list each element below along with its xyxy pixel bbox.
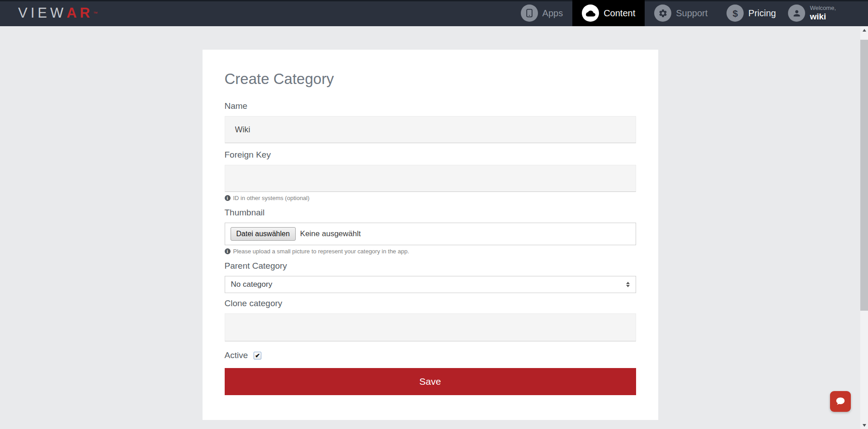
foreign-key-field-group: Foreign Key i ID in other systems (optio… [225,149,636,201]
foreign-key-help-text: ID in other systems (optional) [233,195,310,201]
thumbnail-field-group: Thumbnail Datei auswählen Keine ausgewäh… [225,207,636,255]
top-navbar: VIEWAR™ Apps Content [0,0,868,26]
parent-category-label: Parent Category [225,261,636,271]
chat-button[interactable] [830,391,851,412]
user-icon [788,5,805,22]
scrollbar-up-arrow[interactable] [860,26,868,34]
speech-bubble-icon [835,396,846,407]
clone-category-input[interactable] [225,313,636,341]
user-menu[interactable]: Welcome, wiki [785,0,839,26]
active-checkbox[interactable]: ✔ [254,352,261,359]
thumbnail-helper: i Please upload a small picture to repre… [225,247,636,255]
nav-label-content: Content [604,8,635,19]
foreign-key-input[interactable] [225,165,636,192]
name-field-group: Name [225,101,636,143]
tablet-icon [521,5,538,22]
clone-category-label: Clone category [225,298,636,309]
nav-item-content[interactable]: Content [572,0,645,26]
logo-text-view: VIEW [18,5,66,21]
username-text: wiki [810,12,836,22]
nav-item-support[interactable]: Support [645,0,717,26]
choose-file-button[interactable]: Datei auswählen [231,227,296,241]
info-icon: i [225,195,231,201]
gear-icon [654,5,671,22]
select-spinner-icon [626,282,630,287]
foreign-key-helper: i ID in other systems (optional) [225,194,636,201]
page-title: Create Category [225,70,636,88]
foreign-key-label: Foreign Key [225,149,636,160]
nav-label-pricing: Pricing [748,8,776,19]
active-field-group: Active ✔ [225,351,636,360]
thumbnail-label: Thumbnail [225,207,636,218]
nav-item-apps[interactable]: Apps [511,0,573,26]
welcome-text: Welcome, [810,5,836,12]
logo-text-ar: AR [66,5,93,21]
nav-item-pricing[interactable]: $ Pricing [717,0,785,26]
create-category-card: Create Category Name Foreign Key i ID in… [203,50,658,420]
dollar-icon: $ [726,5,744,22]
active-label: Active [225,350,248,360]
main-content-area: Create Category Name Foreign Key i ID in… [0,26,860,429]
parent-category-selected-value: No category [231,280,273,289]
info-icon: i [225,248,231,254]
trademark-symbol: ™ [93,11,98,16]
scrollbar-thumb[interactable] [860,40,868,311]
vertical-scrollbar[interactable] [860,26,868,429]
parent-category-field-group: Parent Category No category [225,261,636,293]
name-label: Name [225,101,636,112]
scrollbar-down-arrow[interactable] [860,421,868,429]
file-status-text: Keine ausgewählt [300,229,361,238]
parent-category-select[interactable]: No category [225,276,636,293]
clone-category-field-group: Clone category [225,298,636,341]
name-input[interactable] [225,116,636,143]
thumbnail-help-text: Please upload a small picture to represe… [233,248,410,255]
nav-label-apps: Apps [542,8,563,19]
save-button[interactable]: Save [225,368,636,395]
cloud-icon [582,5,599,22]
viewar-logo[interactable]: VIEWAR™ [18,5,98,21]
nav-label-support: Support [676,8,708,19]
thumbnail-file-input: Datei auswählen Keine ausgewählt [225,223,636,245]
main-nav: Apps Content Support $ Pricing [511,0,839,26]
